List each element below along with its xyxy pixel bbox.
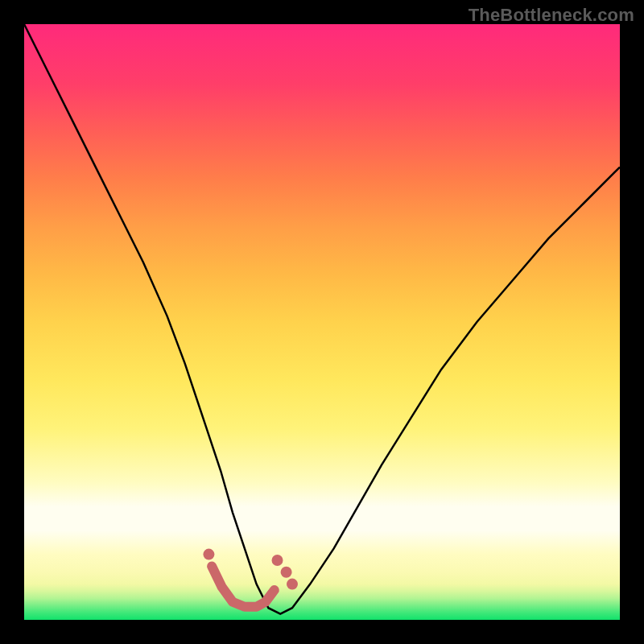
marker-right-dot2 bbox=[281, 567, 292, 578]
trough-markers bbox=[212, 566, 275, 606]
chart-plot-area bbox=[24, 24, 620, 620]
marker-left-dot bbox=[203, 549, 214, 560]
chart-svg bbox=[24, 24, 620, 620]
marker-right-dot3 bbox=[287, 579, 298, 590]
marker-right-dot1 bbox=[272, 555, 283, 566]
chart-frame: TheBottleneck.com bbox=[0, 0, 644, 644]
watermark-text: TheBottleneck.com bbox=[469, 5, 634, 26]
bottleneck-curve bbox=[24, 24, 620, 614]
